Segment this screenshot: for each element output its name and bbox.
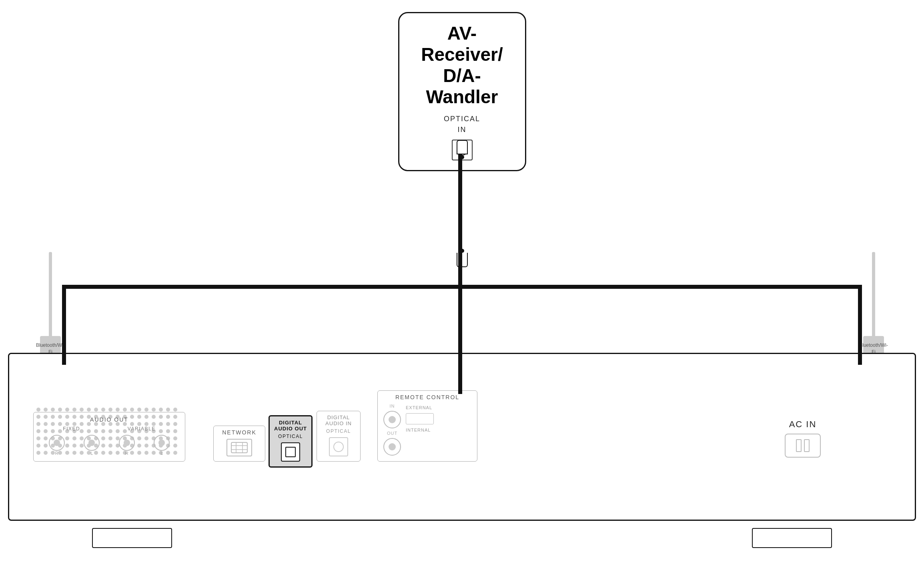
audio-variable-label: VARIABLE (128, 426, 156, 432)
audio-out-label: AUDIO OUT (39, 416, 179, 423)
grille-dot (51, 408, 55, 412)
remote-ext-box (406, 413, 434, 424)
digital-in-label: DIGITAL AUDIO IN (321, 414, 356, 427)
grille-dot (44, 408, 48, 412)
remote-out-port (383, 438, 401, 456)
grille-dot (173, 408, 177, 412)
digital-audio-out-section: DIGITAL AUDIO OUT OPTICAL (269, 415, 313, 468)
port-circle-l2 (154, 435, 170, 451)
port-circle-r2 (119, 435, 135, 451)
ac-port (785, 434, 821, 458)
grille-dot (130, 408, 134, 412)
grille-dot (159, 408, 163, 412)
audio-port-l1: L (84, 435, 100, 456)
cable-horizontal-right (460, 285, 862, 289)
audio-ports-row: R L R L (39, 435, 179, 456)
digital-in-optical-port (329, 437, 348, 456)
remote-in-port-inner (389, 416, 396, 423)
digital-in-optical-inner (333, 442, 344, 452)
network-label: NETWORK (218, 429, 261, 436)
digital-audio-in-section: DIGITAL AUDIO IN OPTICAL (317, 411, 361, 462)
device-chassis: // Grille dots rendered below AUDIO OUT … (8, 353, 916, 521)
remote-external-label: EXTERNAL (406, 405, 434, 410)
optical-cable-vertical (458, 154, 462, 394)
left-antenna: Bluetooth/Wi-FiANTENNA (40, 252, 61, 368)
cable-horizontal-left (62, 285, 464, 289)
connector-body-top (457, 140, 468, 154)
ac-port-slot-2 (804, 439, 810, 452)
audio-out-sublabels: FIXED VARIABLE (39, 426, 179, 432)
grille-dot (72, 408, 76, 412)
remote-ext-area: EXTERNAL INTERNAL (406, 404, 434, 432)
audio-port-r2: R (119, 435, 135, 456)
digital-out-optical-inner (285, 447, 296, 457)
network-svg (230, 442, 248, 454)
digital-out-optical-port (281, 442, 300, 462)
remote-ports: IN OUT (383, 404, 401, 456)
remote-inner-row: IN OUT EXTERNAL INTERNAL (383, 404, 471, 456)
audio-out-section: AUDIO OUT FIXED VARIABLE R L R L (33, 412, 185, 462)
grille-dot (166, 408, 170, 412)
remote-in-port (383, 411, 401, 428)
grille-dot (87, 408, 91, 412)
grille-dot (116, 408, 120, 412)
right-antenna: Bluetooth/Wi-FiANTENNA (863, 252, 884, 368)
left-antenna-stick (49, 252, 52, 336)
port-circle-l1 (84, 435, 100, 451)
audio-port-r1: R (49, 435, 65, 456)
av-receiver-title: AV-Receiver/ D/A-Wandler (415, 23, 509, 108)
audio-fixed-label: FIXED (63, 426, 80, 432)
cable-vertical-left (62, 285, 66, 365)
grille-dot (36, 408, 40, 412)
grille-dot (80, 408, 84, 412)
remote-out-port-inner (389, 443, 396, 450)
remote-out-label: OUT (387, 431, 397, 436)
device-foot-left (92, 528, 172, 548)
grille-dot (123, 408, 127, 412)
grille-dot (58, 408, 62, 412)
optical-in-label1: OPTICAL (415, 115, 509, 123)
av-receiver-title-line1: AV-Receiver/ (421, 23, 503, 65)
digital-out-label: DIGITAL AUDIO OUT (273, 420, 308, 432)
grille-dot (101, 408, 105, 412)
digital-in-sublabel: OPTICAL (321, 428, 356, 434)
grille-dot (137, 408, 141, 412)
svg-rect-0 (231, 442, 247, 453)
remote-control-section: REMOTE CONTROL IN OUT EXTERNAL INTERNAL (377, 390, 477, 462)
remote-in-label: IN (390, 404, 395, 408)
right-antenna-stick (872, 252, 875, 336)
audio-port-l2: L (154, 435, 170, 456)
remote-internal-label: INTERNAL (406, 428, 434, 432)
digital-out-sublabel: OPTICAL (273, 434, 308, 439)
ac-in-label: AC IN (763, 419, 843, 430)
ac-in-section: AC IN (763, 419, 843, 458)
grille-dot (94, 408, 98, 412)
network-section: NETWORK (213, 426, 265, 462)
av-receiver-title-line2: D/A-Wandler (426, 65, 498, 107)
cable-vertical-right (858, 285, 862, 365)
remote-control-label: REMOTE CONTROL (383, 394, 471, 400)
grille-dot (144, 408, 148, 412)
port-circle-r1 (49, 435, 65, 451)
grille-dot (108, 408, 112, 412)
ac-port-slot-1 (796, 439, 802, 452)
grille-dot (65, 408, 69, 412)
network-icon (226, 439, 252, 456)
grille-dot (152, 408, 156, 412)
device-foot-right (752, 528, 832, 548)
optical-in-label2: IN (415, 126, 509, 134)
